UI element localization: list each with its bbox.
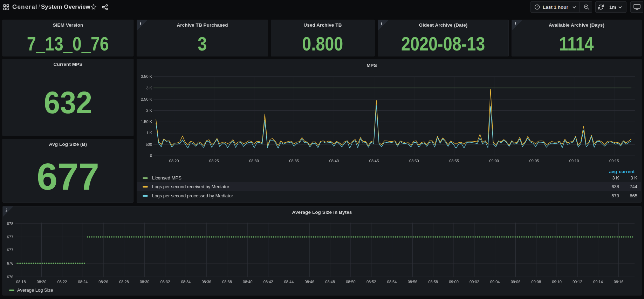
svg-text:08:28: 08:28 [119,280,129,284]
svg-text:08:35: 08:35 [289,159,299,163]
svg-text:09:15: 09:15 [609,159,619,163]
svg-text:08:50: 08:50 [346,280,356,284]
svg-text:2 K: 2 K [146,108,152,113]
svg-text:09:16: 09:16 [614,280,624,284]
svg-text:08:56: 08:56 [408,280,418,284]
svg-text:09:05: 09:05 [529,159,539,163]
svg-text:09:00: 09:00 [449,280,459,284]
svg-text:08:48: 08:48 [325,280,335,284]
svg-text:08:45: 08:45 [369,159,379,163]
svg-text:08:24: 08:24 [78,280,88,284]
svg-text:08:46: 08:46 [305,280,315,284]
svg-text:08:20: 08:20 [37,280,47,284]
svg-text:08:22: 08:22 [57,280,67,284]
svg-text:09:10: 09:10 [569,159,579,163]
svg-text:08:30: 08:30 [249,159,259,163]
svg-text:09:06: 09:06 [511,280,521,284]
svg-text:08:52: 08:52 [366,280,376,284]
svg-text:1 K: 1 K [146,131,152,135]
svg-text:08:50: 08:50 [409,159,419,163]
svg-text:08:25: 08:25 [209,159,219,163]
svg-text:09:08: 09:08 [532,280,541,284]
svg-text:08:18: 08:18 [16,280,26,284]
svg-text:08:40: 08:40 [329,159,339,163]
svg-text:09:02: 09:02 [470,280,479,284]
svg-text:1.50 K: 1.50 K [141,120,152,124]
svg-text:676: 676 [7,261,13,265]
svg-text:676: 676 [7,275,13,279]
svg-text:08:26: 08:26 [98,280,108,284]
svg-text:09:10: 09:10 [552,280,562,284]
svg-text:08:30: 08:30 [140,280,150,284]
svg-text:09:14: 09:14 [593,280,603,284]
svg-text:08:54: 08:54 [387,280,397,284]
svg-text:08:20: 08:20 [169,159,179,163]
svg-text:677: 677 [7,248,13,252]
svg-text:678: 678 [7,222,13,226]
svg-text:0: 0 [150,154,152,158]
svg-text:500: 500 [146,142,152,147]
svg-text:08:55: 08:55 [449,159,459,163]
svg-text:09:12: 09:12 [573,280,582,284]
svg-text:2.50 K: 2.50 K [141,97,152,101]
svg-text:09:04: 09:04 [490,280,500,284]
svg-text:09:00: 09:00 [489,159,499,163]
svg-text:08:58: 08:58 [428,280,438,284]
svg-text:08:40: 08:40 [243,280,253,284]
svg-text:08:32: 08:32 [160,280,170,284]
svg-text:3.50 K: 3.50 K [141,74,152,79]
svg-text:08:44: 08:44 [284,280,294,284]
svg-text:677: 677 [7,235,13,239]
svg-text:08:34: 08:34 [181,280,191,284]
svg-text:08:36: 08:36 [201,280,211,284]
svg-text:08:38: 08:38 [222,280,232,284]
svg-text:3 K: 3 K [146,86,152,90]
svg-text:08:42: 08:42 [263,280,273,284]
